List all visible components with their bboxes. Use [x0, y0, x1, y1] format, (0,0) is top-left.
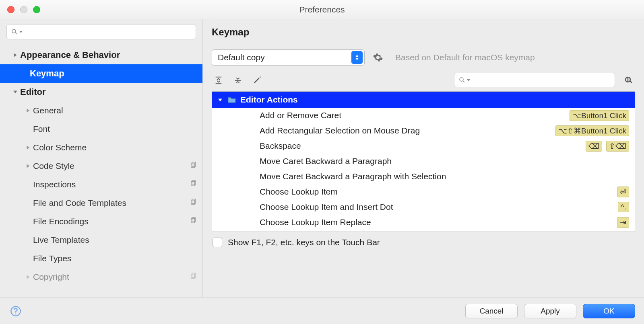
touchbar-checkbox-row[interactable]: Show F1, F2, etc. keys on the Touch Bar — [203, 232, 644, 253]
svg-line-1 — [15, 33, 17, 34]
sidebar-item-general[interactable]: General — [0, 101, 202, 120]
gear-icon — [373, 52, 383, 63]
collapse-all-icon — [233, 76, 242, 84]
action-row[interactable]: Choose Lookup Item Replace⇥ — [212, 215, 635, 230]
action-shortcuts: ⏎ — [617, 187, 629, 197]
keymap-panel: Keymap Default copy Based on Default for… — [203, 19, 644, 297]
preferences-sidebar: Appearance & Behavior Keymap Editor Gene… — [0, 19, 203, 297]
disclosure-arrow-icon — [10, 53, 20, 57]
project-scheme-icon — [190, 161, 197, 171]
action-label: Add Rectangular Selection on Mouse Drag — [260, 126, 555, 135]
action-group-editor-actions[interactable]: Editor Actions — [212, 92, 635, 108]
pencil-icon — [253, 76, 262, 84]
sidebar-item-code-style[interactable]: Code Style — [0, 157, 202, 175]
svg-point-0 — [12, 29, 16, 33]
action-label: Choose Lookup Item Replace — [260, 217, 617, 227]
sidebar-item-editor[interactable]: Editor — [0, 83, 202, 101]
action-label: Move Caret Backward a Paragraph — [260, 156, 629, 166]
action-label: Add or Remove Caret — [260, 111, 570, 120]
keymap-select[interactable]: Default copy — [212, 49, 365, 66]
dialog-footer: Cancel Apply OK — [0, 297, 644, 324]
disclosure-arrow-icon — [218, 95, 223, 105]
action-shortcuts: ⇥ — [617, 217, 629, 228]
svg-point-15 — [460, 78, 463, 81]
action-row[interactable]: Move Caret Backward a Paragraph with Sel… — [212, 169, 635, 184]
window-title: Preferences — [0, 5, 644, 14]
action-shortcuts: ⌥Button1 Click — [570, 110, 629, 121]
action-row[interactable]: Choose Lookup Item⏎ — [212, 184, 635, 199]
disclosure-arrow-icon — [23, 108, 33, 113]
keymap-select-value: Default copy — [218, 53, 265, 62]
settings-tree[interactable]: Appearance & Behavior Keymap Editor Gene… — [0, 43, 202, 297]
zoom-window-icon[interactable] — [33, 6, 40, 13]
help-icon — [10, 306, 21, 317]
apply-button[interactable]: Apply — [524, 304, 576, 318]
ok-button[interactable]: OK — [583, 304, 635, 318]
disclosure-arrow-icon — [23, 164, 33, 168]
action-row[interactable]: Choose Lookup Item and Insert Dot^. — [212, 199, 635, 215]
project-scheme-icon — [190, 198, 197, 208]
action-search-input[interactable] — [454, 73, 615, 87]
titlebar: Preferences — [0, 0, 644, 19]
keymap-settings-button[interactable] — [372, 51, 384, 64]
search-icon — [458, 76, 466, 84]
shortcut-badge: ⌥Button1 Click — [570, 110, 629, 121]
page-title: Keymap — [203, 19, 644, 42]
sidebar-search-input[interactable] — [6, 24, 196, 39]
action-row[interactable]: Add Rectangular Selection on Mouse Drag⌥… — [212, 123, 635, 138]
action-label: Choose Lookup Item — [260, 187, 617, 197]
project-scheme-icon — [190, 272, 197, 282]
action-label: Choose Lookup Item and Insert Dot — [260, 202, 618, 212]
action-group-label: Editor Actions — [240, 95, 298, 105]
disclosure-arrow-icon — [10, 90, 20, 94]
touchbar-checkbox-label: Show F1, F2, etc. keys on the Touch Bar — [228, 238, 380, 247]
action-row[interactable]: Move Caret Backward a Paragraph — [212, 154, 635, 169]
checkbox-icon[interactable] — [213, 238, 222, 247]
keymap-toolbar — [203, 71, 644, 91]
cancel-button[interactable]: Cancel — [465, 304, 518, 318]
shortcut-badge: ⇧⌫ — [606, 141, 629, 152]
action-label: Move Caret Backward a Paragraph with Sel… — [260, 172, 629, 181]
disclosure-arrow-icon — [23, 145, 33, 150]
sidebar-item-file-types[interactable]: File Types — [0, 249, 202, 268]
expand-all-button[interactable] — [213, 74, 225, 86]
sidebar-item-keymap[interactable]: Keymap — [0, 64, 202, 83]
dropdown-caret-icon — [466, 78, 471, 82]
disclosure-arrow-icon — [23, 275, 33, 279]
sidebar-item-live-templates[interactable]: Live Templates — [0, 231, 202, 249]
help-button[interactable] — [9, 304, 23, 318]
edit-shortcut-button[interactable] — [251, 74, 263, 86]
svg-point-19 — [15, 313, 16, 314]
close-window-icon[interactable] — [7, 6, 14, 13]
find-by-shortcut-button[interactable] — [622, 74, 634, 86]
project-scheme-icon — [190, 180, 197, 189]
dropdown-caret-icon — [19, 30, 23, 34]
expand-all-icon — [214, 76, 223, 84]
action-row[interactable]: Backspace⌫⇧⌫ — [212, 138, 635, 154]
sidebar-item-copyright[interactable]: Copyright — [0, 268, 202, 286]
action-shortcuts: ⌥⇧⌘Button1 Click — [555, 125, 629, 136]
stepper-arrows-icon — [351, 51, 363, 64]
shortcut-badge: ⌫ — [586, 141, 602, 152]
based-on-label: Based on Default for macOS keymap — [395, 53, 535, 62]
shortcut-badge: ⏎ — [617, 187, 629, 197]
minimize-window-icon[interactable] — [20, 6, 27, 13]
sidebar-item-color-scheme[interactable]: Color Scheme — [0, 138, 202, 157]
actions-tree[interactable]: Editor Actions Add or Remove Caret⌥Butto… — [212, 91, 635, 232]
sidebar-item-file-code-templates[interactable]: File and Code Templates — [0, 194, 202, 212]
sidebar-item-inspections[interactable]: Inspections — [0, 175, 202, 194]
shortcut-badge: ^. — [618, 202, 629, 212]
action-shortcuts: ^. — [618, 202, 629, 212]
search-icon — [11, 28, 18, 35]
shortcut-badge: ⇥ — [617, 217, 629, 228]
action-shortcuts: ⌫⇧⌫ — [586, 141, 629, 152]
shortcut-badge: ⌥⇧⌘Button1 Click — [555, 125, 629, 136]
sidebar-item-font[interactable]: Font — [0, 120, 202, 138]
window-traffic-lights — [7, 6, 40, 13]
sidebar-item-file-encodings[interactable]: File Encodings — [0, 212, 202, 231]
project-scheme-icon — [190, 217, 197, 226]
action-row[interactable]: Add or Remove Caret⌥Button1 Click — [212, 108, 635, 123]
sidebar-item-appearance[interactable]: Appearance & Behavior — [0, 46, 202, 64]
collapse-all-button[interactable] — [232, 74, 244, 86]
action-label: Backspace — [260, 141, 586, 151]
